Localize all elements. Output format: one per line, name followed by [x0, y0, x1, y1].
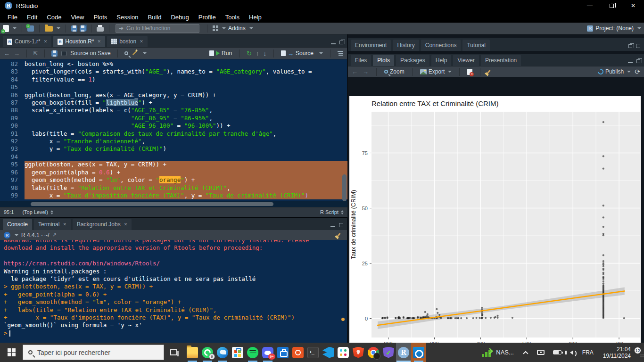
menu-item-plots[interactable]: Plots — [89, 12, 112, 22]
print-icon[interactable] — [97, 27, 104, 32]
menu-item-debug[interactable]: Debug — [166, 12, 193, 22]
save-all-icon[interactable] — [80, 25, 86, 32]
editor-tab-houston-r[interactable]: Houston.R*✕ — [53, 36, 105, 47]
taskbar-search-input[interactable] — [37, 349, 150, 356]
taskbar-search-box[interactable] — [23, 345, 164, 360]
menu-item-edit[interactable]: Edit — [22, 12, 42, 22]
taskbar-app-vscode[interactable] — [321, 343, 336, 362]
tab-environment[interactable]: Environment — [351, 40, 391, 51]
console-tab-console[interactable]: Console — [3, 219, 32, 230]
run-button[interactable]: Run — [209, 50, 232, 57]
menu-item-session[interactable]: Session — [112, 12, 143, 22]
taskbar-app-explorer[interactable] — [185, 343, 200, 362]
close-tab-icon[interactable]: ✕ — [44, 39, 48, 44]
addins-button[interactable]: Addins — [228, 25, 246, 32]
code-tools-caret[interactable] — [143, 52, 147, 54]
menu-item-profile[interactable]: Profile — [194, 12, 221, 22]
source-caret[interactable] — [319, 52, 323, 54]
battery-icon[interactable] — [553, 350, 561, 354]
close-tab-icon[interactable]: ✕ — [63, 222, 66, 227]
restore-pane-icon[interactable] — [628, 44, 632, 48]
volume-icon[interactable] — [570, 350, 573, 355]
taskbar-app-slack[interactable] — [336, 343, 351, 362]
goto-file-box[interactable]: ➜ — [116, 24, 199, 33]
save-icon[interactable] — [71, 25, 77, 32]
find-icon[interactable] — [124, 51, 128, 55]
minimize-pane-icon[interactable] — [331, 43, 336, 44]
clear-console-icon[interactable] — [337, 233, 340, 237]
tab-history[interactable]: History — [393, 40, 419, 51]
menu-item-help[interactable]: Help — [244, 12, 266, 22]
taskbar-app-edge[interactable] — [215, 343, 230, 362]
console-popout-icon[interactable]: ↗ — [52, 232, 57, 238]
tab-viewer[interactable]: Viewer — [453, 55, 479, 66]
up-icon[interactable]: ↑ — [256, 50, 259, 57]
console-output[interactable]: WARNING: Rtools is required to build R p… — [0, 240, 347, 344]
r-version-caret[interactable] — [15, 234, 18, 236]
save-doc-icon[interactable] — [51, 50, 58, 57]
project-menu[interactable]: Project: (None) — [595, 25, 634, 32]
next-plot-icon[interactable]: → — [363, 68, 369, 75]
back-icon[interactable]: ← — [4, 50, 10, 57]
new-file-caret[interactable] — [13, 27, 17, 29]
language-indicator[interactable]: FRA — [582, 349, 594, 356]
goto-file-input[interactable] — [126, 25, 192, 32]
source-button[interactable]: → Source — [281, 50, 314, 57]
tab-packages[interactable]: Packages — [396, 55, 429, 66]
taskbar-app-ubuntu[interactable] — [290, 343, 305, 362]
document-outline-icon[interactable] — [338, 51, 343, 56]
minimize-pane-icon[interactable] — [628, 62, 633, 63]
nas-tray-item[interactable]: NAS... — [482, 348, 514, 357]
taskbar-app-portal[interactable] — [275, 343, 290, 362]
zoom-button[interactable]: Zoom — [384, 68, 405, 75]
restore-pane-icon[interactable] — [636, 59, 640, 63]
editor-tab-cours-1-r[interactable]: Cours-1.r*✕ — [3, 36, 51, 47]
menu-item-build[interactable]: Build — [143, 12, 166, 22]
grid-caret[interactable] — [222, 27, 226, 29]
console-tab-background-jobs[interactable]: Background Jobs✕ — [73, 219, 132, 230]
tab-help[interactable]: Help — [431, 55, 452, 66]
taskbar-app-shield[interactable] — [381, 343, 396, 362]
new-file-icon[interactable] — [3, 25, 9, 32]
restore-button[interactable] — [601, 0, 622, 11]
code-tools-icon[interactable] — [132, 50, 137, 55]
close-tab-icon[interactable]: ✕ — [140, 39, 143, 44]
remove-plot-icon[interactable] — [467, 69, 472, 75]
maximize-pane-icon[interactable] — [339, 223, 343, 227]
menu-item-file[interactable]: File — [3, 12, 22, 22]
maximize-pane-icon[interactable] — [339, 41, 343, 44]
refresh-plot-icon[interactable]: ⟳ — [635, 68, 640, 75]
tab-plots[interactable]: Plots — [373, 55, 394, 66]
tab-tutorial[interactable]: Tutorial — [462, 40, 490, 51]
console-prompt[interactable]: > — [4, 329, 347, 337]
maximize-pane-icon[interactable] — [636, 44, 640, 48]
doc-type-selector[interactable]: R Script — [320, 209, 339, 215]
taskbar-app-chrome[interactable] — [366, 343, 381, 362]
taskbar-app-spotify[interactable] — [245, 343, 260, 362]
project-caret[interactable] — [637, 27, 641, 29]
close-tab-icon[interactable]: ✕ — [124, 222, 128, 227]
new-project-icon[interactable] — [27, 25, 34, 32]
tab-connections[interactable]: Connections — [421, 40, 461, 51]
minimize-button[interactable]: — — [579, 0, 601, 11]
clock[interactable]: 21:04 19/11/2024 — [603, 346, 631, 359]
task-view-button[interactable] — [164, 343, 183, 362]
taskbar-app-outlook[interactable] — [411, 343, 426, 362]
taskbar-app-rstudio[interactable] — [396, 343, 411, 362]
addins-caret[interactable] — [249, 27, 253, 29]
menu-item-tools[interactable]: Tools — [221, 12, 244, 22]
editor-tab-boston[interactable]: boston✕ — [107, 36, 148, 47]
display-tray-icon[interactable] — [537, 350, 545, 355]
tray-expand-button[interactable] — [525, 351, 528, 354]
taskbar-app-whatsapp[interactable]: 9 — [200, 343, 215, 362]
r-version-icon[interactable]: R — [4, 232, 10, 239]
rerun-icon[interactable]: ↻ — [247, 50, 252, 57]
down-icon[interactable]: ↓ — [263, 50, 266, 57]
console-tab-terminal[interactable]: Terminal✕ — [34, 219, 71, 230]
previous-plot-icon[interactable]: ← — [352, 68, 358, 75]
publish-button[interactable]: Publish — [598, 68, 631, 75]
compile-report-icon[interactable] — [213, 25, 218, 31]
taskbar-app-brave[interactable] — [351, 343, 366, 362]
open-file-icon[interactable] — [45, 26, 53, 32]
export-button[interactable]: Export — [420, 68, 452, 75]
